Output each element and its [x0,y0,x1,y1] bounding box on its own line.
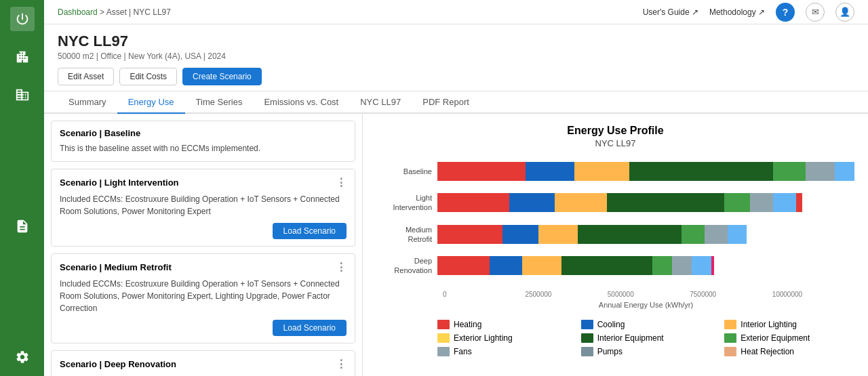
scenario-medium-description: Included ECCMs: Ecostruxure Building Ope… [60,279,340,313]
content-area: Scenario | Baseline This is the baseline… [44,114,868,376]
legend-item-7: Pumps [581,347,711,356]
sidebar-power-icon[interactable] [10,7,35,31]
help-icon-btn[interactable]: ? [776,3,795,22]
bar-segment-2-1 [502,225,538,244]
scenario-card-light: Scenario | Light Intervention ⋮ Included… [51,169,355,247]
legend-color-5 [724,333,736,343]
email-icon-btn[interactable]: ✉ [806,3,825,22]
bar-segments-2 [437,225,854,244]
legend-item-8: Heat Rejection [724,347,854,356]
breadcrumb-dashboard[interactable]: Dashboard [58,7,98,17]
tab-time-series[interactable]: Time Series [185,91,254,114]
scenario-light-title: Scenario | Light Intervention [60,177,179,188]
scenario-light-menu-icon[interactable]: ⋮ [336,176,347,189]
bar-segment-0-3 [629,162,772,181]
legend-label-7: Pumps [597,347,623,356]
scenario-light-header: Scenario | Light Intervention ⋮ [60,176,347,189]
chart-subtitle: NYC LL97 [376,138,854,148]
legend-item-0: Heating [437,320,568,329]
bar-label-3: Deep Renovation [376,256,437,276]
bar-segment-3-2 [522,256,561,275]
bar-segment-1-2 [555,193,607,212]
legend-item-6: Fans [437,347,568,356]
load-scenario-light-button[interactable]: Load Scenario [273,223,347,239]
bar-segment-3-7 [711,256,715,275]
bar-segment-1-5 [750,193,773,212]
methodology-link[interactable]: Methodology ↗ [709,7,765,17]
scenario-light-body: Included ECCMs: Ecostruxure Building Ope… [60,193,347,217]
legend-color-6 [437,347,450,356]
asset-title: NYC LL97 [58,33,854,50]
scenario-medium-body: Included ECCMs: Ecostruxure Building Ope… [60,278,347,314]
scenario-medium-load: Load Scenario [60,320,347,336]
scenario-deep-menu-icon[interactable]: ⋮ [336,358,347,371]
scenario-deep-title: Scenario | Deep Renovation [60,359,176,369]
user-icon-btn[interactable]: 👤 [835,3,854,22]
breadcrumb-separator: > [100,7,106,17]
legend-label-1: Cooling [597,320,625,329]
tab-pdf-report[interactable]: PDF Report [412,91,480,114]
legend-label-8: Heat Rejection [741,347,794,356]
bar-segment-2-5 [705,225,728,244]
sidebar-document-icon[interactable] [10,214,35,238]
chart-legend: HeatingCoolingInterior LightingExterior … [437,320,854,356]
edit-asset-button[interactable]: Edit Asset [58,68,114,85]
scenario-card-deep: Scenario | Deep Renovation ⋮ Included EC… [51,350,355,376]
user-icon: 👤 [840,7,850,17]
create-scenario-button[interactable]: Create Scenario [182,68,262,85]
tabs-bar: Summary Energy Use Time Series Emissions… [44,91,868,114]
legend-label-3: Exterior Lighting [454,333,513,343]
legend-item-2: Interior Lighting [724,320,854,329]
users-guide-link[interactable]: User's Guide ↗ [643,7,698,17]
help-icon: ? [783,7,789,18]
x-tick-0: 0 [443,291,525,298]
main-content: Dashboard > Asset | NYC LL97 User's Guid… [44,0,868,376]
breadcrumb-asset: Asset | NYC LL97 [106,7,171,17]
bar-segment-0-5 [806,162,835,181]
breadcrumb: Dashboard > Asset | NYC LL97 [58,7,171,17]
bar-segment-0-0 [437,162,526,181]
tab-nyc-ll97[interactable]: NYC LL97 [349,91,412,114]
bar-label-1: Light Intervention [376,193,437,213]
topbar-links: User's Guide ↗ Methodology ↗ ? ✉ 👤 [643,3,854,22]
asset-actions: Edit Asset Edit Costs Create Scenario [58,68,854,85]
bar-segment-3-5 [672,256,692,275]
bar-segment-1-7 [796,193,803,212]
scenario-card-baseline: Scenario | Baseline This is the baseline… [51,121,355,162]
chart-title: Energy Use Profile [376,125,854,137]
bar-segments-0 [437,162,854,181]
sidebar-buildings-icon[interactable] [10,83,35,107]
bar-segment-2-6 [728,225,747,244]
legend-color-0 [437,320,450,329]
legend-color-2 [724,320,736,329]
scenario-medium-menu-icon[interactable]: ⋮ [336,261,347,274]
tab-energy-use[interactable]: Energy Use [117,91,185,114]
legend-label-5: Exterior Equipment [741,333,810,343]
bar-segment-3-0 [437,256,490,275]
scenario-baseline-body: This is the baseline asset with no ECCMs… [60,142,347,154]
sidebar-settings-icon[interactable] [10,345,35,369]
scenario-baseline-description: This is the baseline asset with no ECCMs… [60,144,260,153]
scenario-baseline-header: Scenario | Baseline [60,128,347,138]
asset-meta: 50000 m2 | Office | New York (4A), USA |… [58,51,854,61]
bar-segment-3-3 [561,256,653,275]
bar-segment-2-2 [538,225,578,244]
load-scenario-medium-button[interactable]: Load Scenario [273,320,347,336]
bar-segment-1-6 [773,193,796,212]
scenarios-panel: Scenario | Baseline This is the baseline… [44,114,363,376]
tab-summary[interactable]: Summary [58,91,117,114]
sidebar-building-icon[interactable] [10,45,35,69]
legend-label-4: Interior Equipment [597,333,664,343]
topbar: Dashboard > Asset | NYC LL97 User's Guid… [44,0,868,24]
bar-segment-0-2 [574,162,630,181]
bar-segment-1-3 [607,193,724,212]
email-icon: ✉ [812,7,819,17]
tab-emissions-cost[interactable]: Emissions vs. Cost [253,91,349,114]
legend-item-3: Exterior Lighting [437,333,568,343]
edit-costs-button[interactable]: Edit Costs [119,68,177,85]
x-tick-4: 10000000 [772,291,854,298]
bar-segment-2-3 [578,225,682,244]
sidebar [0,0,44,376]
asset-header: NYC LL97 50000 m2 | Office | New York (4… [44,24,868,91]
scenario-light-load: Load Scenario [60,223,347,239]
